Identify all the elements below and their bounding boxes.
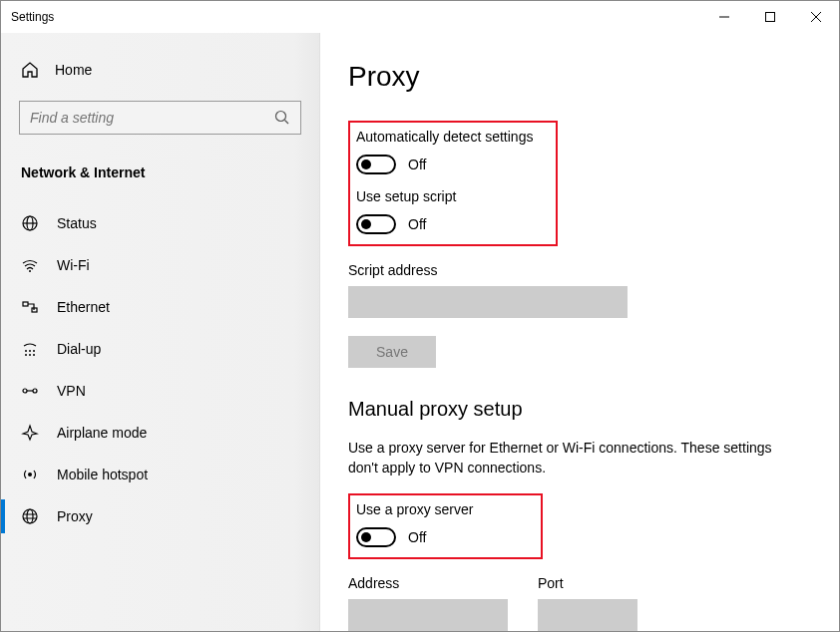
manual-section-desc: Use a proxy server for Ethernet or Wi-Fi… <box>348 439 787 477</box>
wifi-icon <box>21 256 39 274</box>
svg-point-17 <box>33 354 35 356</box>
svg-point-16 <box>29 354 31 356</box>
auto-setup-highlight: Automatically detect settings Off Use se… <box>348 121 558 246</box>
sidebar-item-label: Wi-Fi <box>57 257 90 273</box>
minimize-icon <box>719 12 729 22</box>
sidebar-item-label: Mobile hotspot <box>57 467 148 482</box>
sidebar-item-label: Airplane mode <box>57 425 147 441</box>
svg-point-9 <box>29 270 31 272</box>
save-button[interactable]: Save <box>348 336 436 368</box>
sidebar-item-proxy[interactable]: Proxy <box>1 495 319 537</box>
svg-point-19 <box>33 389 37 393</box>
sidebar-item-label: Status <box>57 215 97 231</box>
category-header: Network & Internet <box>1 155 319 202</box>
sidebar-item-hotspot[interactable]: Mobile hotspot <box>1 454 319 495</box>
sidebar: Home Network & Internet Status Wi-Fi Eth… <box>1 33 320 631</box>
airplane-icon <box>21 424 39 442</box>
sidebar-item-dialup[interactable]: Dial-up <box>1 328 319 370</box>
sidebar-item-airplane[interactable]: Airplane mode <box>1 412 319 454</box>
auto-detect-toggle[interactable] <box>356 155 396 174</box>
svg-point-18 <box>23 389 27 393</box>
home-icon <box>21 61 39 79</box>
use-proxy-state: Off <box>408 529 426 545</box>
address-input[interactable] <box>348 599 508 631</box>
titlebar: Settings <box>1 1 839 33</box>
script-address-label: Script address <box>348 262 839 278</box>
maximize-icon <box>765 12 775 22</box>
vpn-icon <box>21 382 39 400</box>
sidebar-item-vpn[interactable]: VPN <box>1 370 319 412</box>
use-proxy-toggle[interactable] <box>356 527 396 547</box>
sidebar-item-wifi[interactable]: Wi-Fi <box>1 244 319 286</box>
window-controls <box>701 1 839 33</box>
svg-point-15 <box>25 354 27 356</box>
proxy-icon <box>21 507 39 525</box>
search-input[interactable] <box>30 110 274 126</box>
main-content: Proxy Automatically detect settings Off … <box>320 33 839 631</box>
setup-script-label: Use setup script <box>356 188 546 204</box>
svg-line-5 <box>285 121 289 125</box>
svg-point-13 <box>29 350 31 352</box>
status-icon <box>21 214 39 232</box>
minimize-button[interactable] <box>701 1 747 33</box>
home-label: Home <box>55 62 92 78</box>
port-input[interactable] <box>538 599 637 631</box>
script-address-input[interactable] <box>348 286 628 318</box>
manual-section-title: Manual proxy setup <box>348 398 839 421</box>
svg-rect-10 <box>23 302 28 306</box>
svg-point-23 <box>27 509 33 523</box>
ethernet-icon <box>21 298 39 316</box>
setup-script-toggle[interactable] <box>356 214 396 234</box>
sidebar-item-label: Proxy <box>57 508 93 524</box>
sidebar-item-ethernet[interactable]: Ethernet <box>1 286 319 328</box>
svg-point-4 <box>276 112 286 122</box>
svg-point-21 <box>28 473 32 476</box>
dialup-icon <box>21 340 39 358</box>
auto-detect-label: Automatically detect settings <box>356 129 546 145</box>
address-label: Address <box>348 575 508 591</box>
close-button[interactable] <box>793 1 839 33</box>
setup-script-state: Off <box>408 216 426 232</box>
use-proxy-highlight: Use a proxy server Off <box>348 493 543 559</box>
sidebar-item-label: Dial-up <box>57 341 101 357</box>
home-link[interactable]: Home <box>1 53 319 87</box>
sidebar-item-status[interactable]: Status <box>1 202 319 244</box>
page-title: Proxy <box>348 61 839 93</box>
auto-detect-state: Off <box>408 157 426 172</box>
svg-point-22 <box>23 509 37 523</box>
close-icon <box>811 12 821 22</box>
hotspot-icon <box>21 466 39 483</box>
maximize-button[interactable] <box>747 1 793 33</box>
svg-point-14 <box>33 350 35 352</box>
search-box[interactable] <box>19 101 301 135</box>
port-label: Port <box>538 575 637 591</box>
window-title: Settings <box>11 10 54 24</box>
svg-point-12 <box>25 350 27 352</box>
use-proxy-label: Use a proxy server <box>356 501 531 517</box>
sidebar-item-label: VPN <box>57 383 86 399</box>
search-icon <box>274 110 290 126</box>
svg-rect-1 <box>766 13 775 22</box>
sidebar-item-label: Ethernet <box>57 299 110 315</box>
